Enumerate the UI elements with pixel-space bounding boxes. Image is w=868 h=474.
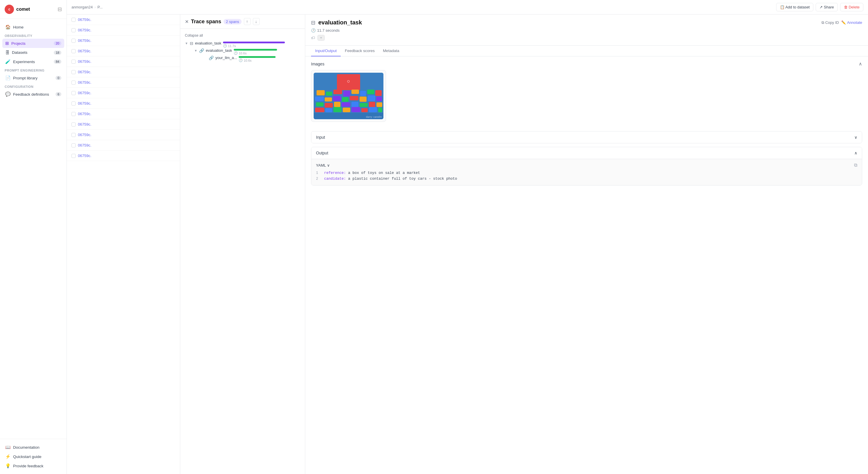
trace-id[interactable]: 06759c. [78,132,91,137]
add-tag-button[interactable]: + [317,35,325,41]
trace-id[interactable]: 06759c. [78,91,91,95]
trace-id[interactable]: 06759c. [78,143,91,147]
span-name[interactable]: evaluation_task [195,41,221,46]
code-block: 1 reference: a box of toys on sale at a … [316,170,857,182]
trace-id[interactable]: 06759c. [78,122,91,126]
row-checkbox[interactable] [71,112,75,116]
row-checkbox[interactable] [71,133,75,137]
tab-feedback-scores[interactable]: Feedback scores [341,46,379,56]
output-section-body: YAML ∨ ⧉ 1 reference: a box of toys on s… [311,159,862,185]
list-item[interactable]: 06759c. [67,98,180,109]
trace-id[interactable]: 06759c. [78,59,91,64]
row-checkbox[interactable] [71,70,75,74]
list-item[interactable]: 06759c. [67,151,180,161]
trace-close-button[interactable]: ✕ [185,19,189,24]
svg-rect-18 [360,96,367,102]
row-checkbox[interactable] [71,154,75,158]
row-checkbox[interactable] [71,101,75,106]
sidebar-item-datasets[interactable]: 🗄 Datasets 18 [2,48,64,57]
images-collapse-button[interactable]: ∧ [859,61,862,67]
trace-nav-up-button[interactable]: ↑ [244,18,251,25]
tab-metadata[interactable]: Metadata [379,46,403,56]
sidebar-item-projects[interactable]: ⊞ Projects 20 [2,39,64,48]
list-panel: 06759c. 06759c. 06759c. 06759c. 06759c. … [67,14,180,474]
span-chevron-icon[interactable]: ▼ [194,48,197,52]
span-name[interactable]: evaluation_task [206,48,232,53]
sidebar-item-home[interactable]: 🏠 Home [2,22,64,32]
list-item[interactable]: 06759c. [67,14,180,25]
span-bar-area: 🕐 10.6s [234,48,300,55]
feedback-definitions-badge: 6 [56,92,61,96]
span-chevron-icon[interactable]: ▼ [185,41,188,45]
list-item[interactable]: 06759c. [67,46,180,56]
share-button[interactable]: ↗ Share [816,3,837,11]
sidebar-item-provide-feedback[interactable]: 💡 Provide feedback [2,461,64,471]
yaml-format-selector[interactable]: YAML ∨ [316,163,330,168]
svg-rect-36 [378,108,382,112]
datasets-icon: 🗄 [5,50,9,55]
list-item[interactable]: 06759c. [67,88,180,98]
content-area: 06759c. 06759c. 06759c. 06759c. 06759c. … [67,14,868,474]
list-item[interactable]: 06759c. [67,56,180,67]
list-item[interactable]: 06759c. [67,109,180,119]
delete-button[interactable]: 🗑 Delete [840,3,863,11]
trace-id[interactable]: 06759c. [78,49,91,53]
detail-panel: ⊟ evaluation_task ⧉ Copy ID ✏️ Annotate [305,14,868,474]
trace-id[interactable]: 06759c. [78,38,91,43]
row-checkbox[interactable] [71,91,75,95]
output-section-header[interactable]: Output ∧ [311,147,862,159]
row-checkbox[interactable] [71,143,75,147]
row-checkbox[interactable] [71,28,75,32]
tab-input-output[interactable]: Input/Output [311,46,341,56]
annotate-button[interactable]: ✏️ Annotate [841,20,862,25]
trace-id[interactable]: 06759c. [78,80,91,85]
trace-id[interactable]: 06759c. [78,70,91,74]
sidebar-toggle-icon[interactable]: ⊟ [58,6,62,12]
collapse-all-button[interactable]: Collapse all [185,33,300,37]
sidebar-item-experiments[interactable]: 🧪 Experiments 84 [2,57,64,66]
sidebar-item-label: Feedback definitions [13,92,49,96]
span-link-icon: 🔗 [204,56,214,60]
list-item[interactable]: 06759c. [67,25,180,35]
trace-id[interactable]: 06759c. [78,101,91,106]
list-item[interactable]: 06759c. [67,130,180,140]
breadcrumb-user[interactable]: anmorgan24 [71,5,93,9]
trace-id[interactable]: 06759c. [78,112,91,116]
svg-rect-34 [361,108,368,112]
images-section-header: Images ∧ [311,61,862,67]
row-checkbox[interactable] [71,60,75,64]
row-checkbox[interactable] [71,49,75,53]
trace-id[interactable]: 06759c. [78,18,91,22]
trace-id[interactable]: 06759c. [78,28,91,32]
input-section-header[interactable]: Input ∨ [311,131,862,143]
row-checkbox[interactable] [71,39,75,43]
list-item[interactable]: 06759c. [67,119,180,130]
sidebar-item-documentation[interactable]: 📖 Documentation [2,443,64,452]
list-item[interactable]: 06759c. [67,67,180,77]
duration-meta: 🕐 11.7 seconds [311,28,340,33]
row-checkbox[interactable] [71,81,75,85]
output-label: Output [316,151,328,155]
sidebar-item-prompt-library[interactable]: 📄 Prompt library 0 [2,73,64,83]
row-checkbox[interactable] [71,122,75,126]
copy-id-button[interactable]: ⧉ Copy ID [822,20,839,25]
copy-icon: ⧉ [822,20,824,25]
row-checkbox[interactable] [71,18,75,22]
yaml-copy-button[interactable]: ⧉ [854,162,857,168]
sidebar-logo: c comet ⊟ [0,0,67,19]
sidebar-item-feedback-definitions[interactable]: 💬 Feedback definitions 6 [2,90,64,99]
sidebar-item-quickstart[interactable]: ⚡ Quickstart guide [2,452,64,461]
list-item[interactable]: 06759c. [67,140,180,151]
svg-rect-16 [342,97,348,102]
span-name[interactable]: your_llm_a... [215,56,237,60]
list-item[interactable]: 06759c. [67,35,180,46]
trace-id[interactable]: 06759c. [78,153,91,158]
breadcrumb-project: P... [97,5,103,9]
trace-nav-down-button[interactable]: ↓ [253,18,259,25]
add-to-dataset-button[interactable]: 📋 Add to dataset [776,3,814,11]
main-area: anmorgan24 › P... 📋 Add to dataset ↗ Sha… [67,0,868,474]
list-item[interactable]: 06759c. [67,77,180,88]
detail-title: evaluation_task [318,19,362,26]
toy-image-svg: ○ [314,73,383,119]
clock-icon: 🕐 [239,58,243,62]
